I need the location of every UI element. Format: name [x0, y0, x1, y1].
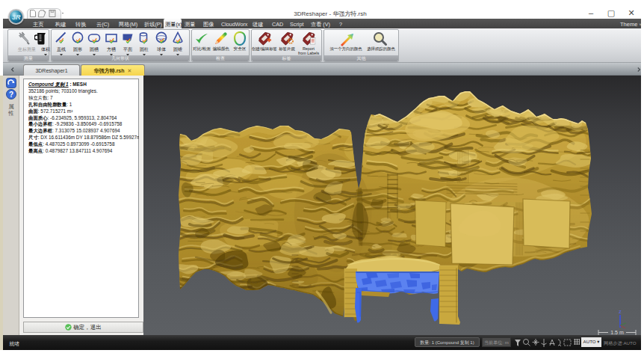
svg-text:?: ? [9, 90, 13, 99]
svg-text:z: z [619, 309, 622, 314]
svg-text:1.5 m: 1.5 m [610, 330, 624, 335]
